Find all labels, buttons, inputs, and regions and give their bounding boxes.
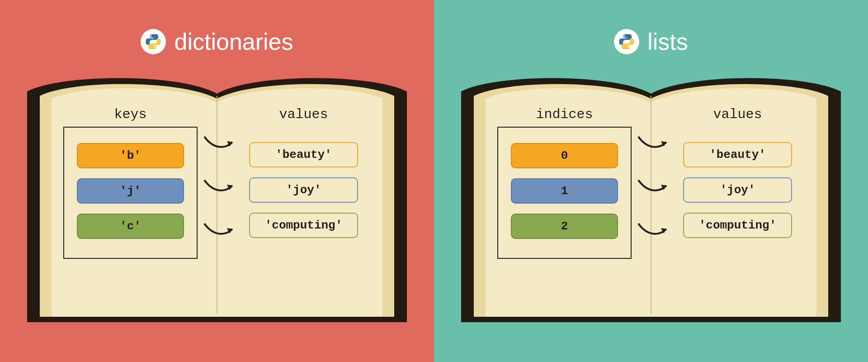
arrow-icon — [203, 218, 239, 242]
diagram-root: dictionaries keys 'b' 'j' 'c' values — [0, 0, 868, 362]
column-header-values: values — [234, 107, 373, 122]
column-header-values: values — [668, 107, 807, 122]
title-row-dictionaries: dictionaries — [141, 28, 293, 55]
panel-dictionaries: dictionaries keys 'b' 'j' 'c' values — [0, 0, 434, 362]
dict-key-1: 'j' — [77, 178, 184, 204]
dict-value-0: 'beauty' — [249, 142, 358, 167]
dict-key-2: 'c' — [77, 214, 184, 239]
dict-value-1: 'joy' — [249, 177, 358, 203]
values-frame: 'beauty' 'joy' 'computing' — [236, 127, 371, 257]
panel-lists: lists indices 0 1 2 values — [434, 0, 868, 362]
panel-title: lists — [647, 28, 688, 55]
title-row-lists: lists — [614, 28, 688, 55]
dict-value-2: 'computing' — [249, 213, 358, 238]
page-keys: keys 'b' 'j' 'c' — [44, 96, 217, 314]
arrow-icon — [203, 175, 239, 198]
page-indices: indices 0 1 2 — [478, 96, 651, 314]
python-logo-icon — [614, 29, 639, 54]
page-values: values 'beauty' 'joy' 'computing' — [651, 96, 824, 314]
list-value-1: 'joy' — [683, 177, 792, 203]
arrow-icon — [637, 131, 673, 155]
svg-point-1 — [155, 47, 156, 48]
arrow-icon — [637, 175, 673, 198]
book-pages: keys 'b' 'j' 'c' values 'beauty' 'joy' '… — [44, 96, 390, 314]
list-value-2: 'computing' — [683, 213, 792, 238]
arrow-icon — [203, 131, 239, 155]
svg-point-3 — [628, 47, 629, 48]
keys-frame: 'b' 'j' 'c' — [63, 127, 198, 259]
list-index-2: 2 — [511, 214, 618, 239]
list-index-0: 0 — [511, 143, 618, 168]
list-index-1: 1 — [511, 178, 618, 204]
indices-frame: 0 1 2 — [497, 127, 632, 259]
book-pages: indices 0 1 2 values 'beauty' 'joy' 'com… — [478, 96, 824, 314]
book-dictionaries: keys 'b' 'j' 'c' values 'beauty' 'joy' '… — [27, 69, 407, 322]
dict-key-0: 'b' — [77, 143, 184, 168]
list-value-0: 'beauty' — [683, 142, 792, 167]
arrow-icon — [637, 218, 673, 242]
svg-point-2 — [624, 35, 625, 37]
panel-title: dictionaries — [174, 28, 293, 55]
column-header-indices: indices — [495, 107, 634, 122]
book-lists: indices 0 1 2 values 'beauty' 'joy' 'com… — [461, 69, 841, 322]
column-header-keys: keys — [61, 107, 200, 122]
page-values: values 'beauty' 'joy' 'computing' — [217, 96, 390, 314]
values-frame: 'beauty' 'joy' 'computing' — [670, 127, 805, 257]
python-logo-icon — [141, 29, 166, 54]
svg-point-0 — [151, 35, 152, 37]
